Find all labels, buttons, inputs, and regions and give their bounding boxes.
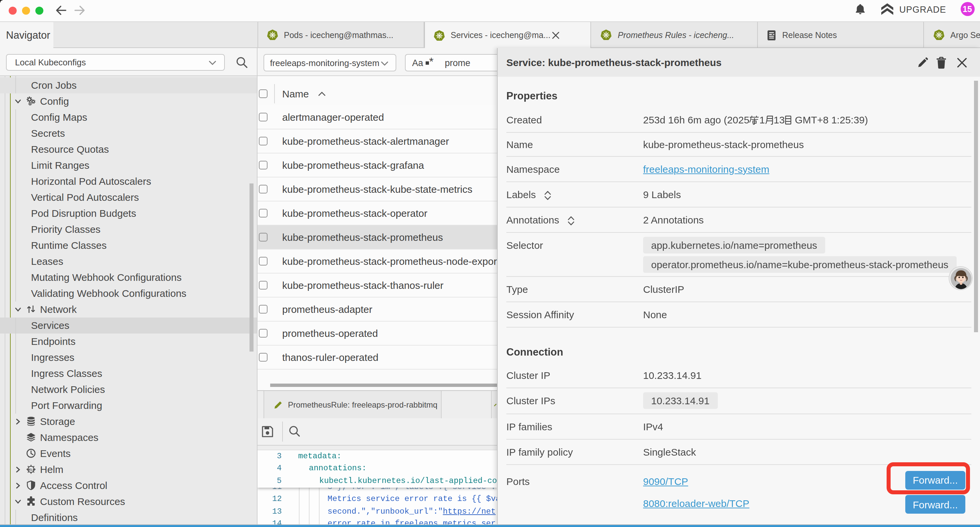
svg-text:HELM: HELM bbox=[27, 468, 35, 471]
